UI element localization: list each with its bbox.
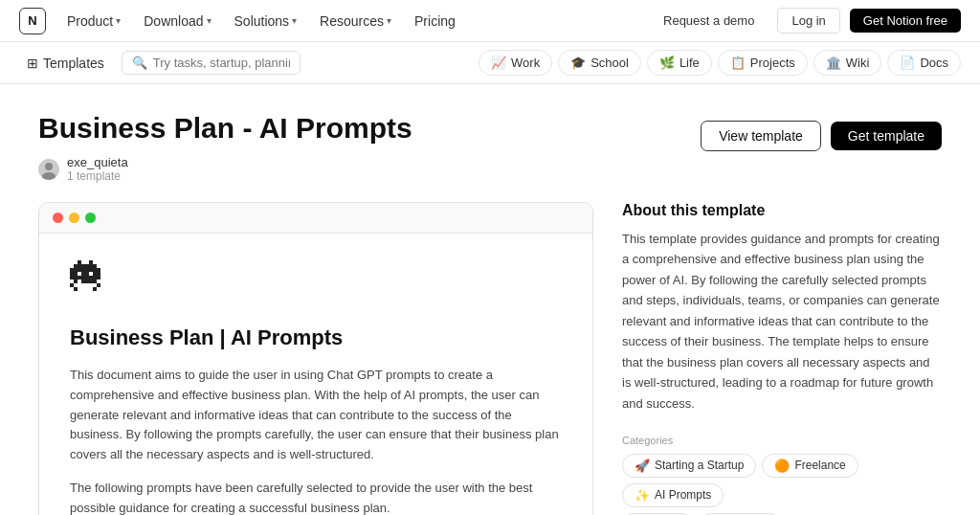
category-tabs: 📈 Work 🎓 School 🌿 Life 📋 Projects 🏛️ Wik…: [479, 50, 961, 76]
templates-bar: ⊞ Templates 🔍 📈 Work 🎓 School 🌿 Life 📋 P…: [0, 42, 980, 84]
notion-logo[interactable]: N: [19, 8, 46, 34]
login-button[interactable]: Log in: [777, 8, 839, 34]
preview-paragraph-2: The following prompts have been carefull…: [70, 479, 562, 515]
svg-rect-12: [78, 268, 81, 272]
about-description: This template provides guidance and prom…: [622, 229, 942, 414]
nav-solutions[interactable]: Solutions ▾: [225, 10, 307, 33]
space-invader-icon: [70, 260, 123, 306]
chevron-down-icon: ▾: [207, 15, 212, 26]
svg-rect-31: [97, 276, 100, 280]
page-title: Business Plan - AI Prompts: [38, 111, 412, 146]
view-template-button[interactable]: View template: [701, 121, 821, 151]
svg-rect-4: [74, 264, 78, 268]
svg-rect-35: [89, 280, 93, 283]
template-sidebar: About this template This template provid…: [593, 202, 942, 515]
svg-rect-14: [85, 268, 89, 272]
svg-rect-32: [74, 280, 78, 283]
get-notion-button[interactable]: Get Notion free: [850, 9, 961, 33]
svg-rect-33: [81, 280, 85, 283]
svg-rect-16: [93, 268, 97, 272]
templates-nav-item[interactable]: ⊞ Templates: [19, 52, 112, 75]
avatar: [38, 159, 59, 180]
svg-rect-21: [85, 272, 89, 276]
request-demo-button[interactable]: Request a demo: [650, 9, 768, 33]
categories-label: Categories: [622, 435, 942, 446]
preview-body: Business Plan | AI Prompts This document…: [39, 234, 592, 515]
search-input[interactable]: [153, 56, 291, 70]
svg-rect-28: [85, 276, 89, 280]
creator-template-count: 1 template: [67, 169, 128, 183]
svg-rect-17: [97, 268, 100, 272]
preview-doc-title: Business Plan | AI Prompts: [70, 325, 562, 350]
svg-rect-10: [70, 268, 74, 272]
svg-rect-7: [85, 264, 89, 268]
search-box[interactable]: 🔍: [122, 51, 301, 75]
search-icon: 🔍: [132, 56, 147, 70]
svg-rect-9: [93, 264, 97, 268]
svg-rect-19: [74, 272, 78, 276]
nav-download[interactable]: Download ▾: [134, 10, 220, 33]
svg-rect-8: [89, 264, 93, 268]
svg-rect-11: [74, 268, 78, 272]
cat-tab-work[interactable]: 📈 Work: [479, 50, 552, 76]
svg-rect-36: [93, 280, 97, 283]
cat-tab-school[interactable]: 🎓 School: [558, 50, 641, 76]
tags-container: 🚀 Starting a Startup 🟠 Freelance ✨ AI Pr…: [622, 454, 942, 507]
page-header: Business Plan - AI Prompts exe_quieta 1 …: [0, 84, 980, 202]
svg-rect-22: [93, 272, 97, 276]
window-close-dot: [53, 213, 63, 223]
template-preview-card: Business Plan | AI Prompts This document…: [38, 202, 593, 515]
cat-tab-wiki[interactable]: 🏛️ Wiki: [813, 50, 882, 76]
svg-rect-39: [74, 287, 78, 291]
cat-tab-docs[interactable]: 📄 Docs: [887, 50, 961, 76]
page-header-left: Business Plan - AI Prompts exe_quieta 1 …: [38, 111, 412, 183]
svg-rect-3: [89, 260, 93, 264]
svg-rect-15: [89, 268, 93, 272]
window-fullscreen-dot: [85, 213, 96, 223]
page-header-right: View template Get template: [701, 121, 942, 151]
grid-icon: ⊞: [27, 56, 38, 71]
tag-freelance[interactable]: 🟠 Freelance: [762, 454, 858, 478]
svg-rect-30: [93, 276, 97, 280]
svg-rect-27: [81, 276, 85, 280]
window-chrome: [39, 203, 592, 234]
svg-point-0: [45, 163, 53, 170]
nav-resources[interactable]: Resources ▾: [310, 10, 401, 33]
chevron-down-icon: ▾: [116, 15, 121, 26]
chevron-down-icon: ▾: [292, 15, 297, 26]
svg-rect-34: [85, 280, 89, 283]
svg-rect-5: [78, 264, 81, 268]
svg-rect-2: [78, 260, 81, 264]
svg-rect-26: [78, 276, 81, 280]
about-heading: About this template: [622, 202, 942, 219]
get-template-button[interactable]: Get template: [831, 122, 942, 150]
svg-rect-13: [81, 268, 85, 272]
svg-rect-29: [89, 276, 93, 280]
tag-ai-prompts[interactable]: ✨ AI Prompts: [622, 483, 724, 507]
navbar-left: N Product ▾ Download ▾ Solutions ▾ Resou…: [19, 8, 465, 34]
creator-row: exe_quieta 1 template: [38, 155, 412, 183]
content-area: Business Plan | AI Prompts This document…: [0, 202, 980, 515]
creator-name: exe_quieta: [67, 155, 128, 169]
navbar-right: Request a demo Log in Get Notion free: [650, 8, 961, 34]
svg-point-1: [42, 172, 56, 180]
svg-rect-38: [97, 283, 100, 287]
tag-starting-startup[interactable]: 🚀 Starting a Startup: [622, 454, 756, 478]
about-section: About this template This template provid…: [622, 202, 942, 414]
svg-rect-40: [93, 287, 97, 291]
svg-rect-18: [70, 272, 74, 276]
svg-rect-25: [74, 276, 78, 280]
window-minimize-dot: [69, 213, 79, 223]
svg-rect-6: [81, 264, 85, 268]
svg-rect-23: [97, 272, 100, 276]
svg-rect-20: [81, 272, 85, 276]
preview-paragraph-1: This document aims to guide the user in …: [70, 366, 562, 465]
nav-pricing[interactable]: Pricing: [405, 10, 465, 33]
chevron-down-icon: ▾: [387, 15, 391, 26]
cat-tab-projects[interactable]: 📋 Projects: [718, 50, 808, 76]
svg-rect-37: [70, 283, 74, 287]
navbar: N Product ▾ Download ▾ Solutions ▾ Resou…: [0, 0, 980, 42]
nav-product[interactable]: Product ▾: [57, 10, 130, 33]
cat-tab-life[interactable]: 🌿 Life: [647, 50, 712, 76]
svg-rect-24: [70, 276, 74, 280]
